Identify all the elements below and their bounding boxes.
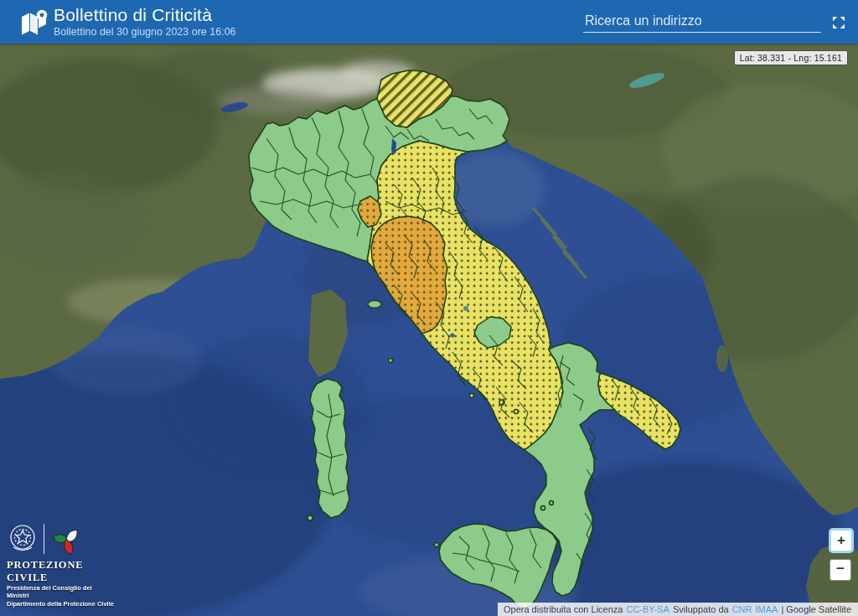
attribution-prefix: Opera distribuita con Licenza <box>504 604 623 614</box>
coords-badge: Lat: 38.331 - Lng: 15.161 <box>734 50 848 65</box>
license-link[interactable]: CC-BY-SA <box>626 604 669 614</box>
island-egadi-green[interactable] <box>434 542 438 546</box>
attribution-middle: Sviluppato da <box>673 604 729 614</box>
island-aeolian-green-1[interactable] <box>540 505 545 510</box>
island-giglio-green[interactable] <box>389 359 393 363</box>
zoom-in-button[interactable]: + <box>829 528 854 553</box>
map-pin-icon <box>20 9 49 36</box>
zoom-out-button[interactable]: − <box>830 559 851 581</box>
header-bar: Bollettino di Criticità Bollettino del 3… <box>0 0 858 44</box>
address-search <box>583 12 821 33</box>
attribution-bar: Opera distribuita con Licenza CC-BY-SA S… <box>498 603 858 616</box>
logo-subtitle-2: Dipartimento della Protezione Civile <box>7 600 116 608</box>
italy-emblem-icon <box>7 522 39 556</box>
island-ponza-yellow[interactable] <box>470 394 474 398</box>
fullscreen-icon[interactable] <box>831 15 846 30</box>
island-elba-green[interactable] <box>368 301 381 308</box>
protezione-civile-logo: PROTEZIONE CIVILE Presidenza del Consigl… <box>7 521 116 608</box>
map-canvas[interactable] <box>0 0 858 616</box>
page-subtitle: Bollettino del 30 giugno 2023 ore 16:06 <box>54 26 236 38</box>
logo-org-name: PROTEZIONE CIVILE <box>7 559 116 584</box>
island-capri-yellow[interactable] <box>514 409 518 413</box>
page-title: Bollettino di Criticità <box>54 5 212 25</box>
attribution-suffix: | Google Satellite <box>781 604 851 614</box>
island-aeolian-green-2[interactable] <box>550 501 554 505</box>
logo-divider <box>44 524 44 554</box>
logo-subtitle-1: Presidenza del Consiglio dei Ministri <box>7 584 116 600</box>
tricolor-logo-icon <box>50 522 84 556</box>
bulletin-map-app: Bollettino di Criticità Bollettino del 3… <box>0 0 858 616</box>
cnr-link[interactable]: CNR <box>732 604 752 614</box>
search-input[interactable] <box>583 12 821 33</box>
imaa-link[interactable]: IMAA <box>756 604 778 614</box>
island-sant-antioco-green[interactable] <box>308 515 313 520</box>
